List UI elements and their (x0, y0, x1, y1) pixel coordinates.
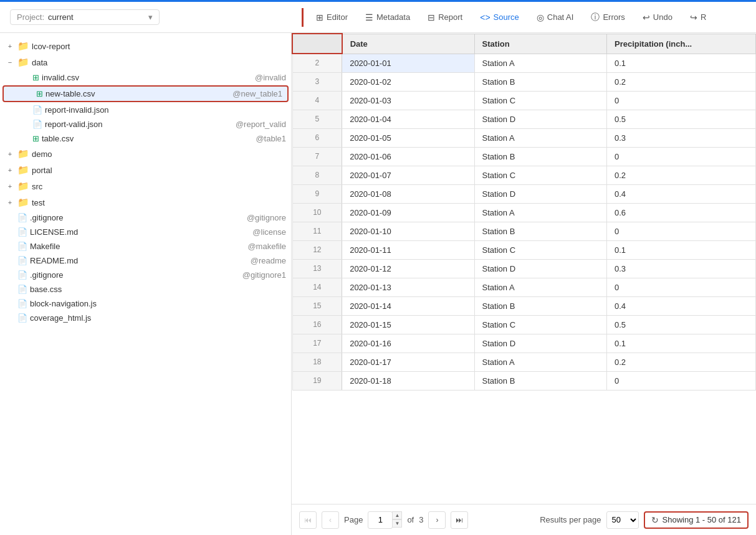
col-header-station[interactable]: Station (474, 34, 606, 54)
cell-date: 2020-01-11 (342, 240, 474, 259)
cell-station: Station A (474, 128, 606, 147)
table-row: 122020-01-11Station C0.1 (292, 240, 756, 259)
project-name: current (48, 12, 73, 22)
sidebar-item-label: table.csv (42, 134, 251, 143)
pagination-bar: ⏮ ‹ Page ▲ ▼ of 3 › ⏭ Results per page 5… (292, 504, 756, 535)
sidebar-item-coverage[interactable]: 📄 coverage_html.js (0, 311, 291, 325)
table-row: 162020-01-15Station C0.5 (292, 315, 756, 334)
sidebar-item-label: new-table.csv (45, 89, 227, 98)
sidebar-item-lcov-report[interactable]: + 📁 lcov-report (0, 38, 291, 54)
cell-precipitation: 0 (607, 91, 756, 110)
cell-date: 2020-01-02 (342, 72, 474, 91)
sidebar-item-block-nav[interactable]: 📄 block-navigation.js (0, 296, 291, 311)
col-header-date[interactable]: Date (342, 34, 474, 54)
prev-page-button[interactable]: ‹ (322, 511, 339, 529)
cell-station: Station C (474, 91, 606, 110)
first-page-button[interactable]: ⏮ (299, 511, 317, 529)
sidebar-item-data[interactable]: − 📁 data (0, 54, 291, 70)
table-row: 52020-01-04Station D0.5 (292, 110, 756, 128)
folder-icon: 📁 (17, 57, 29, 68)
table-row: 132020-01-12Station D0.3 (292, 259, 756, 278)
sidebar-item-new-table-csv[interactable]: ⊞ new-table.csv @new_table1 (2, 85, 289, 102)
sidebar-item-src[interactable]: + 📁 src (0, 178, 291, 194)
top-bar: Project: current ▾ ⊞ Editor ☰ Metadata ⊟… (0, 2, 756, 33)
sidebar-item-portal[interactable]: + 📁 portal (0, 162, 291, 178)
sidebar-item-table-csv[interactable]: ⊞ table.csv @table1 (0, 131, 291, 146)
table-row: 32020-01-02Station B0.2 (292, 72, 756, 91)
row-number: 19 (292, 371, 342, 390)
editor-icon: ⊞ (316, 12, 323, 22)
page-spin-up[interactable]: ▲ (392, 511, 402, 519)
file-icon: 📄 (17, 299, 27, 308)
sidebar-item-makefile[interactable]: 📄 Makefile @makefile (0, 239, 291, 253)
cell-date: 2020-01-10 (342, 222, 474, 240)
table-row: 192020-01-18Station B0 (292, 371, 756, 390)
chat-ai-icon: ◎ (537, 12, 544, 22)
cell-precipitation: 0.1 (607, 240, 756, 259)
report-icon: ⊟ (428, 12, 435, 22)
sidebar-item-label: coverage_html.js (30, 313, 286, 323)
tab-editor[interactable]: ⊞ Editor (309, 9, 355, 26)
expand-icon: + (5, 199, 15, 206)
sidebar-item-report-valid-json[interactable]: 📄 report-valid.json @report_valid (0, 117, 291, 131)
tab-undo-label: Undo (653, 12, 672, 22)
tab-report[interactable]: ⊟ Report (420, 9, 470, 26)
sidebar-item-invalid-csv[interactable]: ⊞ invalid.csv @invalid (0, 70, 291, 85)
sidebar-item-gitignore1[interactable]: 📄 .gitignore @gitignore1 (0, 268, 291, 282)
page-spin-down[interactable]: ▼ (392, 519, 402, 528)
of-label: of (407, 515, 414, 524)
cell-date: 2020-01-07 (342, 166, 474, 184)
next-page-button[interactable]: › (428, 511, 446, 529)
sidebar-item-gitignore[interactable]: 📄 .gitignore @gitignore (0, 211, 291, 225)
tab-source[interactable]: <> Source (472, 9, 527, 26)
sidebar-item-license[interactable]: 📄 LICENSE.md @license (0, 225, 291, 239)
tab-undo[interactable]: ↩ Undo (635, 9, 680, 26)
table-row: 172020-01-16Station D0.1 (292, 334, 756, 353)
table-row: 72020-01-06Station B0 (292, 147, 756, 166)
data-table-wrapper[interactable]: Date Station Precipitation (inch... 2202… (292, 33, 756, 504)
total-pages: 3 (419, 515, 423, 524)
project-selector[interactable]: Project: current ▾ (10, 9, 160, 25)
sidebar-item-label: .gitignore (30, 270, 237, 280)
tab-report-label: Report (438, 12, 462, 22)
cell-station: Station B (474, 296, 606, 315)
row-number: 2 (292, 54, 342, 72)
expand-icon: + (5, 150, 15, 158)
sidebar-item-demo[interactable]: + 📁 demo (0, 146, 291, 162)
cell-precipitation: 0.5 (607, 110, 756, 128)
cell-station: Station C (474, 166, 606, 184)
tab-chat-ai[interactable]: ◎ Chat AI (529, 9, 581, 26)
tab-redo[interactable]: ↪ R (682, 9, 714, 26)
sidebar-item-test[interactable]: + 📁 test (0, 194, 291, 211)
refresh-icon[interactable]: ↻ (651, 515, 659, 525)
sidebar-item-label: lcov-report (32, 42, 286, 51)
row-number: 10 (292, 203, 342, 222)
last-page-button[interactable]: ⏭ (451, 511, 468, 529)
sidebar-item-readme[interactable]: 📄 README.md @readme (0, 253, 291, 268)
page-label: Page (344, 515, 363, 524)
per-page-select[interactable]: 50 25 100 (606, 511, 639, 529)
file-tree-sidebar[interactable]: + 📁 lcov-report − 📁 data ⊞ invalid.csv @… (0, 33, 292, 535)
cell-station: Station D (474, 110, 606, 128)
tab-metadata[interactable]: ☰ Metadata (358, 9, 418, 26)
cell-station: Station A (474, 353, 606, 371)
cell-station: Station C (474, 315, 606, 334)
table-row: 82020-01-07Station C0.2 (292, 166, 756, 184)
sidebar-item-base-css[interactable]: 📄 base.css (0, 282, 291, 296)
sidebar-item-alias: @invalid (255, 73, 286, 82)
col-header-precipitation[interactable]: Precipitation (inch... (607, 34, 756, 54)
sidebar-item-report-invalid-json[interactable]: 📄 report-invalid.json (0, 103, 291, 117)
sidebar-item-label: test (32, 198, 286, 207)
tab-editor-label: Editor (327, 12, 348, 22)
tab-source-label: Source (494, 12, 519, 22)
sidebar-item-label: report-invalid.json (45, 105, 286, 115)
main-layout: + 📁 lcov-report − 📁 data ⊞ invalid.csv @… (0, 33, 756, 535)
page-input[interactable] (368, 511, 393, 529)
table-row: 62020-01-05Station A0.3 (292, 128, 756, 147)
project-label: Project: (17, 12, 44, 22)
row-number: 9 (292, 184, 342, 203)
table-row: 112020-01-10Station B0 (292, 222, 756, 240)
cell-date: 2020-01-16 (342, 334, 474, 353)
cell-precipitation: 0.3 (607, 128, 756, 147)
tab-errors[interactable]: ⓘ Errors (583, 8, 632, 27)
